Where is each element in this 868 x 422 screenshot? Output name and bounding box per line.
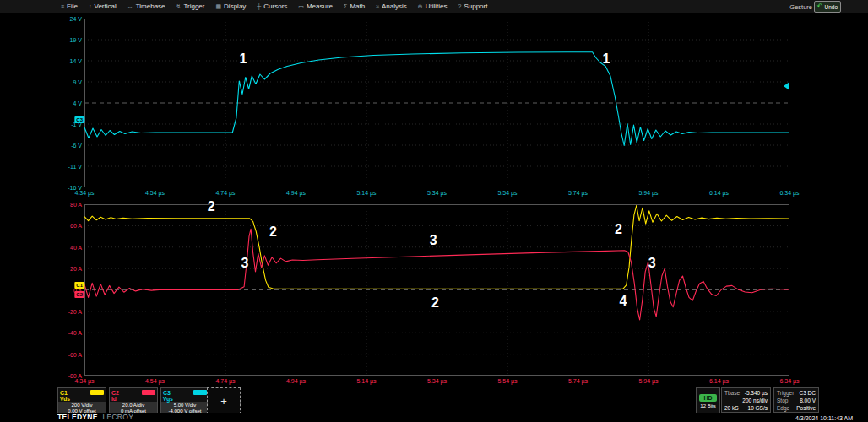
time-axis-label: 4.94 µs: [286, 190, 306, 196]
annotation-number: 2: [269, 225, 277, 240]
time-axis-label: 5.74 µs: [568, 190, 588, 196]
time-axis-label: 6.14 µs: [709, 190, 729, 196]
brand-teledyne: TELEDYNE: [57, 413, 98, 421]
channel-signal-label: Vgs: [161, 396, 209, 402]
status-bar: TELEDYNE LECROY 4/3/2024 10:11:43 AM: [0, 413, 868, 422]
tbase-scale: 200 ns/div: [742, 397, 768, 404]
teledyne-lecroy-logo: TELEDYNE LECROY: [57, 413, 133, 421]
y-axis-label: 14 V: [70, 58, 82, 64]
time-axis-label: 5.14 µs: [356, 378, 376, 384]
trigger-level-marker[interactable]: [784, 82, 789, 90]
time-axis-label: 4.74 µs: [215, 378, 235, 384]
datetime: 4/3/2024 10:11:43 AM: [795, 415, 853, 421]
volts-per-div: 5.00 V/div: [161, 403, 209, 408]
gate-voltage-grid[interactable]: [84, 19, 789, 187]
annotation-number: 2: [208, 199, 215, 214]
time-axis-label: 5.94 µs: [638, 190, 658, 196]
timebase-descriptor[interactable]: Tbase -5.340 µs 200 ns/div 20 kS 10 GS/s: [721, 387, 771, 413]
add-channel-button[interactable]: +: [207, 387, 241, 414]
trigger-level-value: 8.00 V: [800, 397, 816, 404]
time-axis-label: 4.54 µs: [145, 378, 165, 384]
channel-id-label: C2: [111, 390, 119, 396]
time-axis-label: 5.54 µs: [497, 190, 517, 196]
channel-id-label: C3: [163, 390, 171, 396]
channel-descriptor-c2[interactable]: C2Id20.0 A/div0 mA offset: [109, 387, 158, 414]
brand-lecroy: LECROY: [102, 413, 133, 421]
tbase-rate: 10 GS/s: [748, 404, 768, 412]
waveform-display-area: 24 V19 V14 V9 V4 V-1 V-6 V-11 V-16 V4.34…: [0, 0, 868, 422]
time-axis-label: 4.54 µs: [145, 190, 165, 196]
channel-color-chip: [90, 390, 104, 395]
volts-per-div: 20.0 A/div: [110, 403, 157, 408]
time-axis-label: 5.94 µs: [638, 378, 658, 384]
y-axis-label: -11 V: [68, 164, 82, 170]
annotation-number: 1: [602, 51, 610, 67]
trigger-title: Trigger: [777, 389, 794, 397]
time-axis-label: 6.14 µs: [709, 378, 729, 384]
volts-per-div: 200 V/div: [58, 403, 106, 408]
trigger-slope-value: Positive: [796, 404, 816, 412]
y-axis-label: 24 V: [70, 16, 82, 22]
y-axis-label: -6 V: [71, 143, 82, 149]
y-axis-label: -20 A: [68, 308, 82, 314]
annotation-number: 3: [648, 256, 656, 271]
descriptor-strip: C1Vds200 V/div0.00 V offsetC2Id20.0 A/di…: [57, 387, 209, 414]
y-axis-label: 40 A: [70, 244, 82, 250]
annotation-number: 3: [241, 256, 249, 271]
hd-indicator: HD 12 Bits: [696, 387, 720, 414]
channel-signal-label: Id: [110, 396, 157, 402]
channel-signal-label: Vds: [58, 396, 106, 402]
time-axis-label: 5.34 µs: [427, 378, 447, 384]
channel-descriptor-c1[interactable]: C1Vds200 V/div0.00 V offset: [57, 387, 106, 414]
hd-bits-label: 12 Bits: [700, 403, 715, 408]
drain-current-grid[interactable]: [84, 204, 789, 376]
trigger-source: C3 DC: [799, 389, 816, 397]
time-axis-label: 5.14 µs: [356, 190, 376, 196]
trigger-mode-label: Stop: [777, 397, 788, 404]
y-axis-label: 20 A: [70, 266, 82, 272]
annotation-number: 2: [431, 295, 439, 311]
tbase-title: Tbase: [724, 389, 740, 397]
time-axis-label: 4.34 µs: [74, 190, 94, 196]
channel-color-chip: [193, 390, 207, 395]
y-axis-label: 9 V: [73, 79, 82, 85]
y-axis-label: -60 A: [68, 351, 82, 357]
annotation-number: 3: [430, 233, 437, 248]
y-axis-label: 80 A: [70, 202, 82, 208]
time-axis-label: 6.34 µs: [779, 378, 799, 384]
y-axis-label: 19 V: [70, 37, 82, 43]
annotation-number: 1: [239, 51, 247, 67]
annotation-number: 2: [615, 222, 622, 237]
y-axis-label: 60 A: [70, 223, 82, 229]
trigger-descriptor[interactable]: Trigger C3 DC Stop 8.00 V Edge Positive: [773, 387, 819, 413]
time-axis-label: 5.54 µs: [497, 378, 517, 384]
y-axis-label: 4 V: [73, 100, 82, 106]
time-axis-label: 4.34 µs: [74, 378, 94, 384]
time-axis-label: 5.74 µs: [568, 378, 588, 384]
hd-badge: HD: [699, 394, 716, 402]
time-axis-label: 5.34 µs: [427, 190, 447, 196]
trigger-type-label: Edge: [777, 404, 789, 412]
oscilloscope-app: ≡File↕Vertical↔Timebase↯Trigger▦Display┼…: [0, 0, 868, 422]
channel-color-chip: [142, 390, 155, 395]
time-axis-label: 4.94 µs: [286, 378, 306, 384]
time-axis-label: 4.74 µs: [215, 190, 235, 196]
time-axis-label: 6.34 µs: [779, 190, 799, 196]
channel-offset-marker-c3[interactable]: C3: [74, 116, 84, 123]
tbase-samples: 20 kS: [724, 404, 739, 412]
channel-id-label: C1: [60, 390, 68, 396]
tbase-delay: -5.340 µs: [745, 389, 768, 397]
channel-offset-marker-c1[interactable]: C1: [74, 282, 84, 289]
annotation-number: 4: [619, 294, 627, 309]
channel-offset-marker-c2[interactable]: C2: [74, 291, 84, 298]
y-axis-label: -40 A: [68, 330, 82, 336]
channel-descriptor-c3[interactable]: C3Vgs5.00 V/div-4.000 V offset: [160, 387, 209, 414]
